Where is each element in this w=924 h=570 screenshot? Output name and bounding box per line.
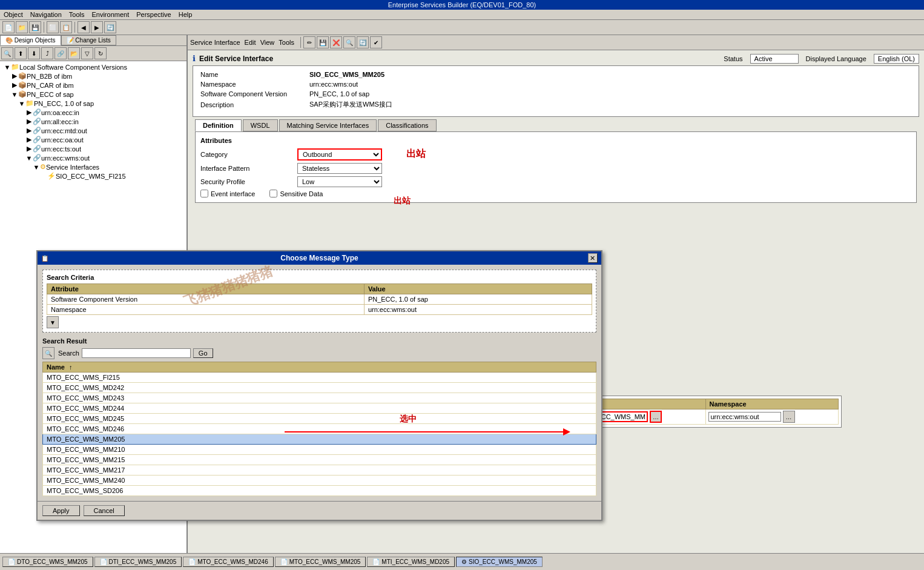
toolbar-refresh[interactable]: 🔄 — [104, 21, 116, 33]
cancel-button[interactable]: Cancel — [84, 505, 125, 516]
tree-pn-car[interactable]: ▶ 📦 PN_CAR of ibm — [1, 81, 185, 90]
result-row[interactable]: MTO_ECC_WMS_MM240 — [43, 476, 596, 486]
menu-object[interactable]: Object — [4, 11, 23, 18]
toolbar-paste[interactable]: 📋 — [60, 21, 72, 33]
task-mti-md205[interactable]: 📄 MTI_ECC_WMS_MD205 — [367, 557, 455, 567]
result-row[interactable]: MTO_ECC_WMS_MD245 — [43, 414, 596, 424]
result-cell[interactable]: MTO_ECC_WMS_SD206 — [43, 486, 596, 496]
inner-tb-4[interactable]: 🔍 — [343, 36, 355, 48]
result-cell[interactable]: MTO_ECC_WMS_MD246 — [43, 424, 596, 434]
menu-perspective[interactable]: Perspective — [136, 11, 171, 18]
desc-value: SAP采购订单发送WMS接口 — [309, 100, 392, 109]
tree-urn-all-ecc-in[interactable]: ▶ 🔗 urn:all:ecc:in — [1, 117, 185, 126]
rsp-name-browse[interactable]: … — [650, 411, 662, 423]
inner-tb-5[interactable]: 🔄 — [357, 36, 369, 48]
tree-urn-ecc-ts-out[interactable]: ▶ 🔗 urn:ecc:ts:out — [1, 144, 185, 153]
pattern-select[interactable]: Stateless — [297, 163, 382, 174]
tab-definition[interactable]: Definition — [195, 119, 242, 131]
result-row[interactable]: MTO_ECC_WMS_MD243 — [43, 393, 596, 403]
task-sio-mm205[interactable]: ⚙ SIO_ECC_WMS_MM205 — [456, 557, 543, 567]
rsp-ns-browse[interactable]: … — [783, 411, 795, 423]
task-mto-mm205[interactable]: 📄 MTO_ECC_WMS_MM205 — [275, 557, 366, 567]
result-cell[interactable]: MTO_ECC_WMS_MD245 — [43, 414, 596, 424]
task-dto-mm205[interactable]: 📄 DTO_ECC_WMS_MM205 — [2, 557, 93, 567]
search-input[interactable] — [82, 348, 191, 358]
tree-urn-ecc-mtd-out[interactable]: ▶ 🔗 urn:ecc:mtd:out — [1, 126, 185, 135]
toolbar-new[interactable]: 📄 — [2, 21, 15, 33]
tree-pn-ecc-10[interactable]: ▼ 📁 PN_ECC, 1.0 of sap — [1, 99, 185, 108]
result-cell[interactable]: MTO_ECC_WMS_MM210 — [43, 445, 596, 455]
inner-menu-view[interactable]: View — [260, 39, 275, 46]
result-row[interactable]: MTO_ECC_WMS_MM205 — [43, 434, 596, 445]
tab-matching[interactable]: Matching Service Interfaces — [279, 119, 377, 131]
result-cell[interactable]: MTO_ECC_WMS_MD242 — [43, 383, 596, 393]
tree-btn-2[interactable]: ⬆ — [15, 47, 27, 59]
inner-menu-tools[interactable]: Tools — [279, 39, 294, 46]
inner-tb-2[interactable]: 💾 — [317, 36, 329, 48]
tab-design-objects[interactable]: 🎨 Design Objects — [0, 35, 61, 45]
result-row[interactable]: MTO_ECC_WMS_MD242 — [43, 383, 596, 393]
attributes-title: Attributes — [200, 137, 911, 144]
tab-wsdl[interactable]: WSDL — [243, 119, 278, 131]
tree-urn-ecc-wms-out[interactable]: ▼ 🔗 urn:ecc:wms:out — [1, 153, 185, 162]
inner-tb-check[interactable]: ✔ — [370, 36, 382, 48]
menu-navigation[interactable]: Navigation — [30, 11, 62, 18]
result-cell[interactable]: MTO_ECC_WMS_FI215 — [43, 373, 596, 383]
title-bar: Enterprise Services Builder (EQ/DEV01_FO… — [0, 0, 924, 10]
result-row[interactable]: MTO_ECC_WMS_MD244 — [43, 403, 596, 414]
category-select[interactable]: Outbound Inbound — [297, 148, 382, 161]
sensitive-checkbox[interactable] — [269, 190, 277, 197]
result-row[interactable]: MTO_ECC_WMS_MM210 — [43, 445, 596, 455]
search-icon-btn[interactable]: 🔍 — [42, 347, 54, 359]
result-row[interactable]: MTO_ECC_WMS_SD206 — [43, 486, 596, 496]
tree-local-swcv[interactable]: ▼ 📁 Local Software Component Versions — [1, 62, 185, 71]
tree-urn-ecc-oa-out[interactable]: ▶ 🔗 urn:ecc:oa:out — [1, 135, 185, 144]
task-mto-md246[interactable]: 📄 MTO_ECC_WMS_MD246 — [183, 557, 274, 567]
menu-help[interactable]: Help — [179, 11, 193, 18]
crit-expand-btn[interactable]: ▼ — [47, 316, 59, 328]
tree-btn-1[interactable]: 🔍 — [1, 47, 13, 59]
tree-pn-ecc[interactable]: ▼ 📦 PN_ECC of sap — [1, 90, 185, 99]
inner-menu-edit[interactable]: Edit — [245, 39, 256, 46]
dialog-close-button[interactable]: ✕ — [588, 253, 598, 263]
inner-tb-3[interactable]: ❌ — [330, 36, 342, 48]
task-dti-mm205[interactable]: 📄 DTI_ECC_WMS_MM205 — [94, 557, 182, 567]
toolbar-save[interactable]: 💾 — [29, 21, 41, 33]
event-checkbox[interactable] — [200, 190, 208, 197]
tree-btn-5[interactable]: 🔗 — [54, 47, 67, 59]
inner-menu-si[interactable]: Service Interface — [190, 39, 240, 46]
tree-btn-4[interactable]: ⤴ — [41, 47, 53, 59]
toolbar-open[interactable]: 📁 — [16, 21, 28, 33]
result-row[interactable]: MTO_ECC_WMS_MD246 — [43, 424, 596, 434]
toolbar-copy[interactable]: ⬜ — [47, 21, 59, 33]
tree-service-interfaces[interactable]: ▼ ⚙ Service Interfaces — [1, 162, 185, 171]
toolbar-back[interactable]: ◀ — [78, 21, 90, 33]
tree-btn-3[interactable]: ⬇ — [28, 47, 40, 59]
tree-sio-fi215[interactable]: ⚡ SIO_ECC_WMS_FI215 — [1, 171, 185, 181]
result-cell[interactable]: MTO_ECC_WMS_MD244 — [43, 403, 596, 414]
tree-pn-b2b[interactable]: ▶ 📦 PN_B2B of ibm — [1, 71, 185, 81]
go-button[interactable]: Go — [193, 348, 213, 358]
tree-btn-refresh[interactable]: ↻ — [94, 47, 107, 59]
tree-toolbar: 🔍 ⬆ ⬇ ⤴ 🔗 📂 ▽ ↻ — [0, 46, 186, 61]
result-cell[interactable]: MTO_ECC_WMS_MM217 — [43, 465, 596, 476]
result-row[interactable]: MTO_ECC_WMS_FI215 — [43, 373, 596, 383]
menu-environment[interactable]: Environment — [91, 11, 129, 18]
tab-change-lists[interactable]: 📝 Change Lists — [61, 35, 116, 45]
result-cell[interactable]: MTO_ECC_WMS_MM240 — [43, 476, 596, 486]
toolbar-forward[interactable]: ▶ — [91, 21, 103, 33]
tab-classifications[interactable]: Classifications — [378, 119, 436, 131]
result-row[interactable]: MTO_ECC_WMS_MM217 — [43, 465, 596, 476]
menu-tools[interactable]: Tools — [69, 11, 85, 18]
result-cell[interactable]: MTO_ECC_WMS_MM205 — [43, 434, 596, 445]
inner-tb-1[interactable]: ✏ — [303, 36, 315, 48]
result-row[interactable]: MTO_ECC_WMS_MM215 — [43, 455, 596, 465]
apply-button[interactable]: Apply — [42, 505, 80, 516]
tree-btn-filter[interactable]: ▽ — [81, 47, 93, 59]
security-select[interactable]: Low Medium High — [297, 176, 382, 187]
tree-btn-6[interactable]: 📂 — [68, 47, 80, 59]
rsp-ns-input[interactable] — [708, 412, 781, 422]
tree-urn-oa-ecc-in[interactable]: ▶ 🔗 urn:oa:ecc:in — [1, 108, 185, 117]
result-cell[interactable]: MTO_ECC_WMS_MM215 — [43, 455, 596, 465]
result-cell[interactable]: MTO_ECC_WMS_MD243 — [43, 393, 596, 403]
